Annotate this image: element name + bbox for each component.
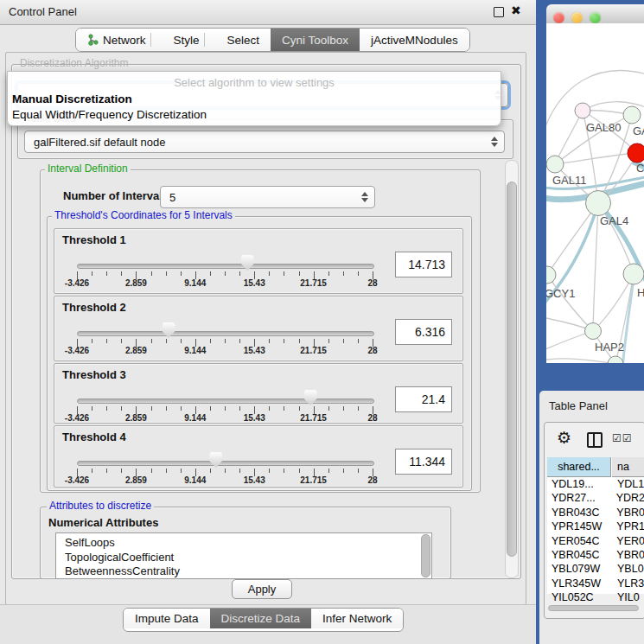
tab-cyni-toolbox[interactable]: Cyni Toolbox [271, 29, 360, 51]
tab-style-label: Style [174, 34, 200, 47]
table-hscrollbar-thumb[interactable] [548, 605, 639, 611]
numerical-attributes-list[interactable]: SelfLoopsTopologicalCoefficientBetweenne… [55, 532, 432, 579]
number-of-intervals-combobox[interactable]: 5 [160, 186, 375, 208]
tick-label: 21.715 [300, 346, 327, 355]
cell-shared-name: YBR045C [547, 549, 610, 563]
table-row[interactable]: YBR045CYBR0 [547, 549, 644, 563]
zoom-traffic-light-icon[interactable] [590, 12, 601, 23]
tab-jactivemnodules-label: jActiveMNodules [371, 34, 458, 47]
network-edge[interactable] [546, 359, 615, 363]
column-header-shared-name[interactable]: shared... [547, 457, 611, 477]
tick-label: 21.715 [300, 278, 327, 288]
table-data-combobox-value: galFiltered.sif default node [25, 136, 488, 149]
threshold-value-field[interactable]: 14.713 [395, 252, 452, 277]
network-node[interactable] [608, 356, 623, 363]
close-traffic-light-icon[interactable] [553, 12, 564, 23]
table-row[interactable]: YBR043CYBR0 [547, 507, 644, 520]
tab-network[interactable]: Network [76, 29, 163, 51]
cell-name: YPR1 [610, 520, 644, 534]
tick-label: 15.43 [244, 413, 265, 423]
thresholds-group-title: Threshold's Coordinates for 5 Intervals [52, 210, 235, 221]
network-node[interactable] [586, 191, 611, 216]
cell-name: YBL0 [611, 563, 644, 577]
threshold-label: Threshold 4 [62, 430, 126, 443]
network-edge[interactable] [547, 275, 593, 331]
threshold-label: Threshold 2 [62, 301, 126, 314]
combo-arrows-icon [488, 137, 501, 147]
cell-shared-name: YBL079W [547, 563, 611, 577]
slider-track[interactable] [77, 331, 374, 336]
tick-label: -3.426 [65, 475, 89, 485]
table-panel-title: Table Panel [549, 399, 608, 412]
close-icon[interactable]: ✖ [511, 3, 521, 17]
panel-scrollbar-thumb[interactable] [507, 182, 517, 557]
slider-track[interactable] [77, 461, 374, 466]
table-row[interactable]: YER054CYER0 [547, 535, 644, 549]
threshold-4-panel: Threshold 4-3.4262.8599.14415.4321.71528… [54, 425, 463, 488]
column-header-name[interactable]: na [612, 457, 644, 477]
cell-name: YER0 [610, 535, 644, 549]
apply-button[interactable]: Apply [232, 579, 292, 599]
cell-shared-name: YLR345W [547, 577, 611, 591]
slider-track[interactable] [77, 264, 374, 269]
tick-label: -3.426 [65, 346, 89, 355]
float-window-icon[interactable] [494, 7, 504, 17]
list-scrollbar[interactable] [421, 534, 430, 577]
network-node[interactable] [585, 323, 602, 340]
algorithm-dropdown-popup: Select algorithm to view settings Manual… [7, 71, 501, 126]
threshold-value-field[interactable]: 11.344 [395, 449, 452, 475]
network-node[interactable] [623, 106, 641, 124]
table-row[interactable]: YLR345WYLR3 [547, 577, 644, 591]
tab-jactivemnodules[interactable]: jActiveMNodules [360, 29, 469, 51]
network-edge[interactable] [593, 203, 598, 331]
threshold-2-panel: Threshold 2-3.4262.8599.14415.4321.71528… [54, 296, 463, 361]
threshold-value-field[interactable]: 6.316 [395, 319, 452, 345]
popup-option-equal-width-frequency[interactable]: Equal Width/Frequency Discretization [12, 108, 207, 121]
popup-option-manual-discretization[interactable]: Manual Discretization [12, 92, 132, 105]
table-data-combobox[interactable]: galFiltered.sif default node [24, 131, 505, 153]
tick-label: -3.426 [65, 413, 89, 423]
node-label: C [636, 162, 644, 175]
network-icon [87, 34, 99, 46]
attribute-list-item[interactable]: SelfLoops [65, 536, 115, 549]
minimize-traffic-light-icon[interactable] [571, 12, 583, 23]
tab-select[interactable]: Select [216, 29, 271, 51]
tick-label: 21.715 [300, 475, 327, 485]
tick-label: 9.144 [184, 413, 206, 423]
table-hscrollbar-track[interactable] [547, 604, 642, 612]
split-columns-icon[interactable] [587, 432, 603, 448]
tick-label: 28 [367, 278, 377, 288]
node-label: GA [633, 124, 644, 137]
tab-discretize-data[interactable]: Discretize Data [210, 609, 312, 628]
threshold-value-field[interactable]: 21.4 [395, 386, 452, 412]
attribute-list-item[interactable]: BetweennessCentrality [65, 564, 180, 577]
table-row[interactable]: YPR145WYPR1 [547, 520, 644, 534]
network-node[interactable] [546, 156, 564, 173]
control-panel-tabbar: Network Style Select Cyni Toolbox jActiv… [75, 28, 470, 52]
tick-label: -3.426 [65, 278, 89, 288]
tab-impute-data[interactable]: Impute Data [124, 609, 210, 628]
panel-scrollbar-track[interactable] [505, 160, 519, 578]
node-table[interactable]: shared... na YDL19...YDL1YDR27...YDR2YBR… [547, 457, 644, 594]
slider-track[interactable] [77, 399, 374, 404]
network-node[interactable] [628, 143, 644, 163]
gear-icon[interactable]: ⚙ [557, 430, 571, 446]
cell-name: YBR0 [610, 549, 644, 563]
table-row[interactable]: YBL079WYBL0 [547, 563, 644, 577]
control-panel-title: Control Panel [9, 5, 77, 18]
attribute-list-item[interactable]: TopologicalCoefficient [65, 551, 174, 564]
node-label: GAL11 [552, 174, 587, 187]
network-node[interactable] [546, 266, 556, 284]
cell-name: YDR2 [610, 492, 644, 506]
tab-infer-network[interactable]: Infer Network [311, 609, 403, 628]
network-view-canvas[interactable]: GAL80GACGAL11GAL4GCY1HHAP2 [546, 23, 644, 363]
interval-definition-group-title: Interval Definition [45, 163, 131, 175]
cell-shared-name: YDL19... [547, 478, 611, 492]
table-row[interactable]: YDR27...YDR2 [547, 492, 644, 506]
table-row[interactable]: YDL19...YDL1 [547, 478, 644, 492]
select-columns-icons[interactable]: ☑☑ [612, 432, 633, 444]
network-node[interactable] [623, 264, 644, 284]
tab-cyni-toolbox-label: Cyni Toolbox [282, 34, 348, 47]
tab-style[interactable]: Style [163, 29, 216, 51]
network-node[interactable] [575, 103, 590, 118]
